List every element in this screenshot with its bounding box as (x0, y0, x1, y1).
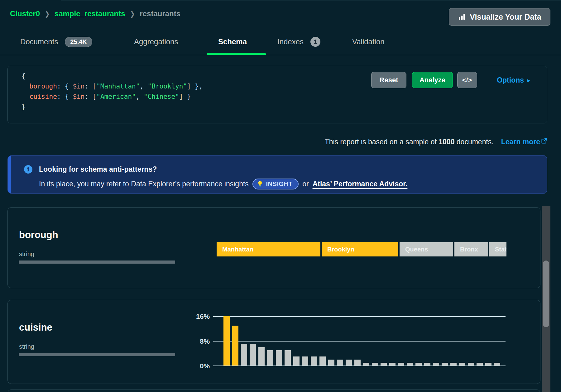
analyze-button[interactable]: Analyze (412, 72, 453, 88)
cuisine-bar[interactable] (285, 350, 291, 366)
cuisine-bar[interactable] (354, 360, 361, 366)
cuisine-bar[interactable] (328, 360, 334, 366)
code-toggle-button[interactable]: </> (457, 72, 477, 88)
borough-bar-staten-island[interactable]: Staten Island (489, 242, 506, 256)
breadcrumb-collection: restaurants (140, 9, 180, 18)
info-icon: i (24, 165, 32, 174)
cuisine-bar[interactable] (276, 350, 282, 366)
indexes-count-badge: 1 (310, 37, 320, 47)
cuisine-bar[interactable] (319, 356, 326, 366)
triangle-right-icon: ▶ (527, 78, 530, 83)
cuisine-bar[interactable] (232, 326, 238, 366)
tab-validation[interactable]: Validation (352, 35, 385, 49)
visualize-data-label: Visualize Your Data (470, 12, 541, 22)
breadcrumb-database[interactable]: sample_restaurants (55, 9, 125, 18)
field-type-label: string (19, 343, 34, 350)
borough-bar-brooklyn[interactable]: Brooklyn (322, 242, 398, 256)
cuisine-bar[interactable] (346, 360, 352, 366)
field-name: cuisine (19, 322, 52, 333)
y-axis-tick: 8% (175, 337, 210, 346)
next-field-card-peek (7, 390, 540, 392)
performance-advisor-link[interactable]: Atlas’ Performance Advisor. (313, 180, 408, 188)
window-top-edge (61, 0, 561, 1)
banner-conjunction: or (302, 180, 309, 188)
scrollbar-track[interactable] (542, 206, 550, 392)
field-card-cuisine: cuisine string 16% 8% 0% (7, 300, 540, 384)
gridline-0pct (213, 366, 506, 366)
banner-body: In its place, you may refer to Data Expl… (39, 179, 407, 189)
tabs-divider (0, 55, 561, 55)
cuisine-bar[interactable] (311, 356, 317, 366)
query-bar: { borough: { $in: ["Manhattan", "Brookly… (7, 66, 547, 123)
sample-report-note: This report is based on a sample of 1000… (325, 138, 547, 146)
documents-count-badge: 25.4K (65, 37, 92, 47)
bar-chart-icon (458, 13, 466, 21)
chevron-right-icon: ❯ (45, 9, 50, 18)
cuisine-bars (213, 316, 506, 366)
banner-accent-stripe (8, 155, 11, 194)
field-name: borough (19, 229, 58, 241)
cuisine-bar[interactable] (293, 356, 300, 366)
tab-documents[interactable]: Documents 25.4K (20, 35, 92, 49)
borough-bar-queens[interactable]: Queens (400, 242, 453, 256)
options-label: Options (497, 76, 524, 84)
borough-bar-manhattan[interactable]: Manhattan (217, 242, 320, 256)
borough-bar-row: ManhattanBrooklynQueensBronxStaten Islan… (217, 242, 506, 256)
reset-button[interactable]: Reset (371, 72, 406, 88)
y-axis-tick: 16% (175, 313, 210, 321)
cuisine-bar[interactable] (337, 360, 343, 366)
report-note-text: This report is based on a sample of 1000… (325, 138, 494, 146)
cuisine-bar[interactable] (241, 344, 247, 366)
breadcrumb-cluster[interactable]: Cluster0 (10, 9, 40, 18)
type-distribution-bar[interactable] (19, 261, 175, 264)
y-axis-tick: 0% (175, 362, 210, 370)
insight-badge[interactable]: 💡 INSIGHT (252, 179, 299, 189)
cuisine-bar[interactable] (250, 344, 256, 366)
tab-validation-label: Validation (352, 37, 385, 46)
tab-indexes[interactable]: Indexes 1 (277, 35, 320, 49)
cuisine-bar[interactable] (302, 356, 308, 366)
learn-more-link[interactable]: Learn more (501, 138, 547, 146)
field-type-label: string (19, 251, 34, 258)
external-link-icon (541, 138, 547, 144)
type-distribution-bar[interactable] (19, 353, 175, 356)
schema-page: Cluster0 ❯ sample_restaurants ❯ restaura… (0, 0, 561, 392)
banner-body-text: In its place, you may refer to Data Expl… (39, 180, 249, 188)
visualize-data-button[interactable]: Visualize Your Data (449, 8, 550, 26)
chevron-right-icon: ❯ (130, 9, 135, 18)
tab-schema-label: Schema (218, 37, 247, 46)
field-card-borough: borough string ManhattanBrooklynQueensBr… (7, 207, 540, 288)
query-code[interactable]: { borough: { $in: ["Manhattan", "Brookly… (22, 71, 203, 112)
scrollbar-thumb[interactable] (543, 261, 549, 327)
tab-aggregations[interactable]: Aggregations (134, 35, 178, 49)
cuisine-bar[interactable] (267, 350, 273, 366)
tab-aggregations-label: Aggregations (134, 37, 178, 46)
schema-antipattern-banner: i Looking for schema anti-patterns? In i… (7, 155, 547, 194)
breadcrumb: Cluster0 ❯ sample_restaurants ❯ restaura… (10, 9, 180, 18)
tab-schema[interactable]: Schema (218, 35, 247, 49)
insight-badge-label: INSIGHT (266, 180, 293, 188)
cuisine-bar[interactable] (223, 316, 230, 366)
borough-bar-bronx[interactable]: Bronx (454, 242, 488, 256)
tab-indexes-label: Indexes (277, 37, 304, 46)
learn-more-label: Learn more (501, 138, 540, 146)
lightbulb-icon: 💡 (257, 181, 264, 187)
tab-documents-label: Documents (20, 37, 58, 46)
cuisine-bar[interactable] (258, 347, 265, 366)
banner-title: Looking for schema anti-patterns? (39, 165, 157, 174)
options-button[interactable]: Options ▶ (490, 72, 537, 88)
cuisine-chart (213, 316, 506, 366)
